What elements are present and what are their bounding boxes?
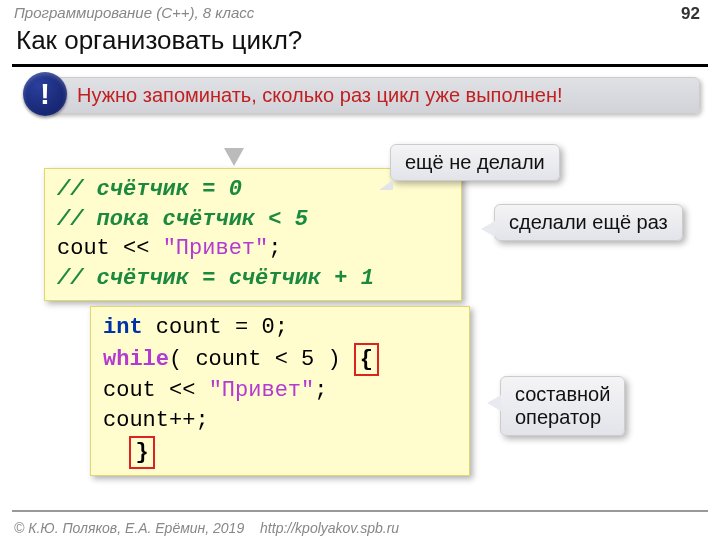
course-title: Программирование (C++), 8 класс: [14, 4, 254, 21]
cpp-code-box: int count = 0; while( count < 5 ) { cout…: [90, 306, 470, 476]
bubble-again: сделали ещё раз: [494, 204, 683, 241]
title-rule: [12, 64, 708, 67]
code-frag: ;: [268, 236, 281, 261]
code-frag: "Привет": [163, 236, 269, 261]
code-frag: "Привет": [209, 378, 315, 403]
pseudocode-box: // счётчик = 0 // пока счётчик < 5 cout …: [44, 168, 462, 301]
bubble-text: сделали ещё раз: [509, 211, 668, 233]
footer-rule: [12, 510, 708, 512]
bubble-not-yet: ещё не делали: [390, 144, 560, 181]
code-frag: cout <<: [103, 378, 209, 403]
copyright-text: © К.Ю. Поляков, Е.А. Ерёмин, 2019: [14, 520, 244, 536]
open-brace-highlight: {: [354, 343, 379, 377]
bubble-text: оператор: [515, 406, 601, 428]
code-frag: ;: [314, 378, 327, 403]
page-title: Как организовать цикл?: [0, 23, 720, 64]
code-frag: int: [103, 315, 143, 340]
code-frag: while: [103, 347, 169, 372]
code-frag: ( count < 5 ): [169, 347, 354, 372]
code-line: // пока счётчик < 5: [57, 207, 308, 232]
bubble-text: составной: [515, 383, 610, 405]
footer-link[interactable]: http://kpolyakov.spb.ru: [260, 520, 399, 536]
bubble-text: ещё не делали: [405, 151, 545, 173]
bubble-tail-icon: [487, 395, 501, 411]
code-frag: count = 0;: [143, 315, 288, 340]
code-frag: cout <<: [57, 236, 163, 261]
close-brace-highlight: }: [129, 436, 154, 470]
callout-text: Нужно запоминать, сколько раз цикл уже в…: [77, 84, 563, 106]
footer: © К.Ю. Поляков, Е.А. Ерёмин, 2019 http:/…: [0, 516, 720, 540]
bubble-compound: составной оператор: [500, 376, 625, 436]
code-line: // счётчик = 0: [57, 177, 242, 202]
important-callout: ! Нужно запоминать, сколько раз цикл уже…: [46, 77, 700, 114]
bubble-tail-icon: [481, 221, 495, 237]
arrow-down-icon: [224, 148, 244, 166]
exclamation-icon: !: [23, 72, 67, 116]
bubble-tail-icon: [379, 180, 393, 190]
course-header: Программирование (C++), 8 класс 92: [0, 0, 720, 23]
page-number: 92: [681, 4, 700, 24]
code-line: count++;: [103, 408, 209, 433]
code-line: // счётчик = счётчик + 1: [57, 266, 374, 291]
